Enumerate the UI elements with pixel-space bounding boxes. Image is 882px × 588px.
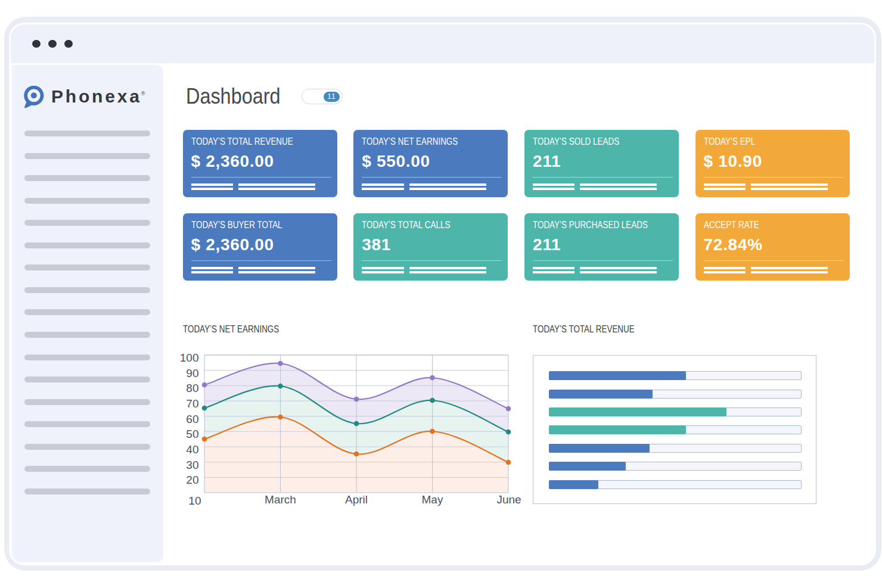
svg-text:30: 30 [186, 459, 198, 471]
svg-text:90: 90 [186, 367, 198, 379]
svg-text:70: 70 [186, 397, 198, 410]
svg-text:40: 40 [186, 443, 198, 456]
svg-text:80: 80 [186, 382, 198, 394]
svg-text:May: May [422, 493, 443, 506]
svg-text:April: April [345, 493, 368, 506]
svg-text:June: June [496, 493, 521, 506]
svg-text:60: 60 [186, 413, 198, 425]
svg-text:10: 10 [188, 494, 201, 507]
svg-text:March: March [265, 493, 296, 506]
svg-text:20: 20 [186, 474, 198, 486]
svg-text:100: 100 [180, 351, 199, 364]
svg-text:50: 50 [186, 428, 198, 440]
